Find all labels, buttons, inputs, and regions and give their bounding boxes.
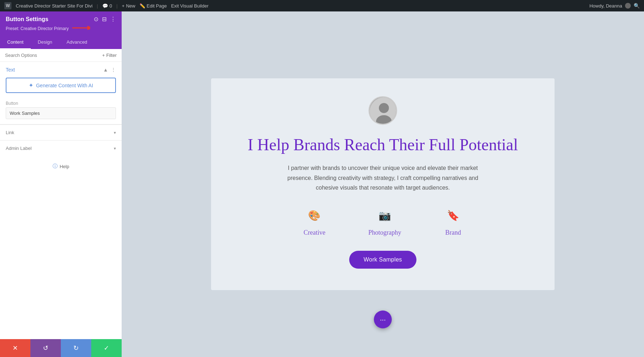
icon-item-brand: 🔖 Brand [444, 207, 462, 236]
wp-logo-icon[interactable]: W [4, 2, 11, 9]
bottom-toolbar: ✕ ↺ ↻ ✓ [0, 339, 122, 357]
tab-design[interactable]: Design [31, 36, 59, 49]
panel-title: Button Settings [6, 16, 48, 23]
panel-header: Button Settings ⊙ ⊟ ⋮ Preset: Creative D… [0, 11, 122, 36]
new-link[interactable]: + New [122, 3, 136, 9]
text-section: Text ▲ ⋮ ✦ Generate Content With AI Butt… [0, 62, 122, 124]
icons-row: 🎨 Creative 📷 Photography 🔖 Brand [304, 207, 462, 236]
filter-label: Filter [106, 53, 117, 58]
hero-subtitle: I partner with brands to uncover their u… [275, 163, 490, 192]
panel-tabs: Content Design Advanced [0, 36, 122, 49]
howdy-label: Howdy, Deanna [589, 3, 622, 9]
creative-label: Creative [304, 229, 326, 236]
redo-button[interactable]: ↻ [61, 339, 91, 357]
right-canvas: I Help Brands Reach Their Full Potential… [122, 11, 644, 357]
photography-icon: 📷 [376, 207, 394, 225]
howdy-section: Howdy, Deanna 🔍 [589, 3, 640, 9]
comments-link[interactable]: 💬 0 [102, 3, 112, 9]
search-bar: + Filter [0, 49, 122, 62]
cta-button[interactable]: Work Samples [349, 251, 416, 269]
text-section-header[interactable]: Text ▲ ⋮ [0, 62, 122, 78]
save-button[interactable]: ✓ [91, 339, 122, 357]
admin-avatar [625, 3, 631, 9]
red-arrow-icon [72, 25, 90, 32]
filter-plus-icon: + [102, 53, 105, 58]
cancel-button[interactable]: ✕ [0, 339, 30, 357]
cancel-icon: ✕ [13, 344, 18, 352]
button-text-input[interactable] [6, 107, 116, 119]
help-circle-icon: ⓘ [53, 163, 58, 170]
brand-label: Brand [445, 229, 461, 236]
panel-body: + Filter Text ▲ ⋮ ✦ Generate Content Wit… [0, 49, 122, 339]
ai-sparkle-icon: ✦ [29, 82, 33, 89]
tab-content[interactable]: Content [0, 36, 31, 49]
avatar [369, 96, 397, 125]
new-label: New [126, 3, 135, 9]
section-more-icon[interactable]: ⋮ [111, 67, 116, 73]
edit-page-link[interactable]: ✏️ Edit Page [140, 3, 167, 9]
text-section-title: Text [6, 67, 15, 73]
help-section: ⓘ Help [0, 156, 122, 177]
admin-label-chevron-icon: ▾ [114, 146, 116, 151]
help-label[interactable]: Help [60, 164, 69, 169]
svg-point-3 [379, 103, 389, 113]
wp-admin-bar: W Creative Director Starter Site For Div… [0, 0, 644, 11]
icon-item-photography: 📷 Photography [368, 207, 401, 236]
icon-item-creative: 🎨 Creative [304, 207, 326, 236]
preset-label: Preset: Creative Director Primary [6, 26, 69, 31]
comments-count: 0 [109, 3, 112, 9]
plus-icon: + [122, 3, 125, 9]
admin-label-header[interactable]: Admin Label ▾ [0, 141, 122, 156]
comment-icon: 💬 [102, 3, 108, 9]
filter-button[interactable]: + Filter [102, 53, 117, 58]
camera-icon[interactable]: ⊙ [94, 16, 98, 23]
undo-icon: ↺ [43, 344, 48, 352]
save-icon: ✓ [104, 344, 109, 352]
separator2: | [116, 3, 117, 9]
tab-advanced[interactable]: Advanced [59, 36, 94, 49]
ai-generate-button[interactable]: ✦ Generate Content With AI [6, 78, 116, 93]
edit-page-label: Edit Page [147, 3, 167, 9]
left-panel: Button Settings ⊙ ⊟ ⋮ Preset: Creative D… [0, 11, 122, 357]
main-layout: Button Settings ⊙ ⊟ ⋮ Preset: Creative D… [0, 11, 644, 357]
section-icons: ▲ ⋮ [103, 67, 116, 73]
avatar-image [370, 97, 396, 124]
search-input[interactable] [5, 53, 99, 58]
exit-builder-link[interactable]: Exit Visual Builder [171, 3, 209, 9]
panel-header-icons: ⊙ ⊟ ⋮ [94, 16, 116, 23]
button-field-label: Button [0, 98, 122, 107]
page-card: I Help Brands Reach Their Full Potential… [211, 78, 555, 290]
link-section-title: Link [6, 130, 14, 135]
admin-label-title: Admin Label [6, 146, 31, 151]
arrow-svg [72, 25, 90, 31]
link-section: Link ▾ [0, 124, 122, 140]
brand-icon: 🔖 [444, 207, 462, 225]
more-options-icon[interactable]: ⋮ [110, 16, 116, 23]
fab-icon: ··· [380, 316, 386, 324]
link-section-header[interactable]: Link ▾ [0, 125, 122, 140]
columns-icon[interactable]: ⊟ [102, 16, 107, 23]
link-chevron-icon: ▾ [114, 130, 116, 135]
pencil-icon: ✏️ [140, 3, 145, 9]
fab-button[interactable]: ··· [374, 310, 392, 328]
creative-icon: 🎨 [306, 207, 323, 225]
redo-icon: ↻ [73, 344, 79, 352]
admin-label-section: Admin Label ▾ [0, 140, 122, 156]
panel-preset: Preset: Creative Director Primary [6, 25, 116, 32]
hero-title: I Help Brands Reach Their Full Potential [248, 135, 518, 155]
ai-button-label: Generate Content With AI [36, 83, 93, 88]
panel-header-top: Button Settings ⊙ ⊟ ⋮ [6, 16, 116, 23]
site-name[interactable]: Creative Director Starter Site For Divi [16, 3, 93, 9]
avatar-svg [370, 97, 397, 125]
collapse-icon[interactable]: ▲ [103, 67, 108, 73]
photography-label: Photography [368, 229, 401, 236]
button-field-value [0, 107, 122, 124]
search-icon[interactable]: 🔍 [634, 3, 640, 9]
undo-button[interactable]: ↺ [30, 339, 61, 357]
separator: | [97, 3, 98, 9]
